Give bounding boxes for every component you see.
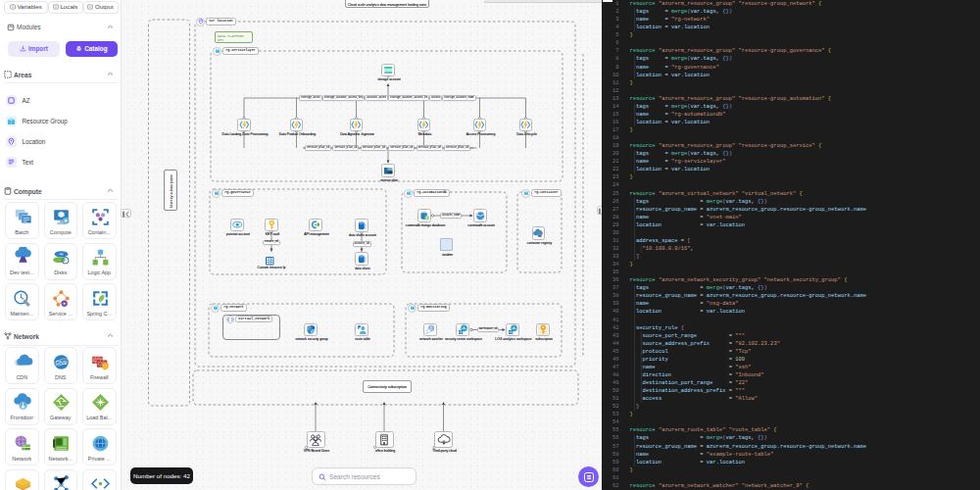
svg-text:DNS: DNS [56,359,68,365]
